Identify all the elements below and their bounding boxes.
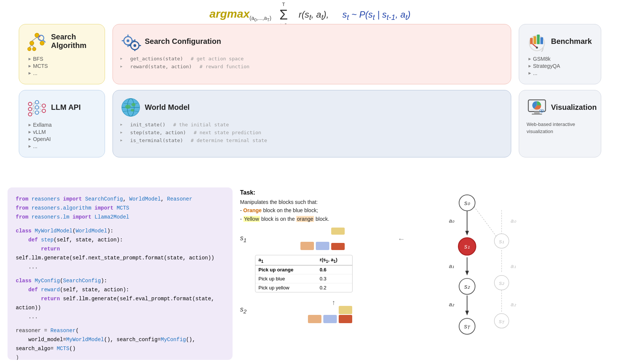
svg-point-13 (127, 39, 129, 42)
benchmark-title: Benchmark (551, 37, 592, 46)
arrowhead-a1-active (465, 271, 469, 276)
action-blue: Pick up blue (255, 274, 317, 283)
svg-point-56 (131, 109, 134, 111)
svg-point-35 (35, 100, 39, 104)
arrowhead-a0-active (465, 231, 469, 236)
svg-point-38 (42, 104, 45, 107)
formula-sigma: Σ (279, 7, 288, 22)
search-algo-icon (27, 31, 47, 52)
a0-label-ghost: a₀ (511, 218, 516, 224)
s2-block-1 (308, 315, 321, 323)
world-model-icon (120, 97, 141, 118)
world-model-title: World Model (145, 103, 190, 112)
svg-point-32 (29, 102, 32, 106)
s2-block-orange (339, 315, 352, 323)
code-panel: from reasoners import SearchConfig, Worl… (8, 187, 233, 360)
svg-point-39 (42, 109, 45, 112)
card-row-2: LLM API Exllama vLLM OpenAI ... (8, 90, 612, 157)
cards-container: Search Algorithm BFS MCTS ... (8, 24, 612, 157)
viz-title: Visualization (551, 103, 597, 112)
benchmark-item-gsm8k: GSM8k (528, 56, 593, 62)
svg-point-36 (35, 106, 39, 109)
wm-code-3: is_terminal(state) # determine terminal … (120, 138, 503, 143)
search-algo-title: Search Algorithm (51, 33, 97, 50)
s1-block-2 (316, 242, 329, 250)
benchmark-item-etc: ... (528, 70, 593, 76)
code-line-3: from reasoners.lm import Llama2Model (16, 213, 224, 222)
viz-icon (527, 97, 547, 118)
code-line-11: ... (16, 313, 224, 322)
tree-panel: a₀ a₀ a₁ a₁ a₂ a₂ s₀ s₁ (413, 187, 529, 360)
code-line-14: ) (16, 354, 224, 360)
card-world-model: World Model init_state() # the initial s… (113, 90, 511, 157)
up-arrow: ↑ (332, 299, 335, 307)
svg-line-47 (39, 102, 42, 106)
yellow-text: Yellow (243, 216, 260, 222)
svg-point-4 (33, 47, 36, 51)
card-viz: Visualization Web-based interactive visu… (519, 90, 601, 157)
code-line-4: class MyWorldModel(WorldModel): (16, 227, 224, 236)
code-blank-3 (16, 321, 224, 327)
svg-rect-28 (540, 37, 543, 44)
search-algo-item-mcts: MCTS (29, 63, 97, 69)
card-search-config: Search Configuration get_actions(state) … (113, 24, 511, 84)
state-s1-blocks (255, 228, 390, 250)
code-line-6: return self.llm.generate(self.next_state… (16, 245, 224, 263)
label-s1-ghost: s₁ (499, 238, 504, 244)
svg-point-55 (131, 103, 135, 106)
wm-code-2: step(state, action) # next state predict… (120, 130, 503, 135)
svg-point-33 (29, 107, 32, 111)
search-config-code-1: get_actions(state) # get action space (120, 56, 503, 61)
svg-point-54 (125, 105, 131, 109)
svg-rect-59 (532, 114, 542, 115)
llm-item-vllm: vLLM (29, 129, 97, 135)
action-table: a1 r(s1, a1) Pick up orange 0.6 Pick up … (255, 255, 353, 292)
benchmark-icon (527, 31, 547, 52)
s1-block-yellow (331, 228, 345, 235)
llm-api-icon (27, 97, 47, 118)
card-llm-header: LLM API (27, 97, 97, 118)
formula-container: argmax(a0,...,aT) T Σ t=0 r(st, at), st … (8, 4, 612, 24)
search-algo-items: BFS MCTS ... (27, 55, 97, 77)
wm-code-1: init_state() # the initial state (120, 122, 503, 127)
search-config-code-2: reward(state, action) # reward function (120, 64, 503, 69)
task-title: Task: (240, 189, 405, 196)
svg-rect-27 (537, 34, 540, 44)
s1-block-orange (331, 243, 345, 250)
col-r: r(s1, a1) (317, 255, 352, 265)
a0-label-active: a₀ (449, 218, 455, 224)
task-section: Task: Manipulates the blocks such that: … (240, 187, 405, 360)
llm-item-openai: OpenAI (29, 136, 97, 142)
s2-block-2 (323, 315, 337, 323)
tree-svg: a₀ a₀ a₁ a₁ a₂ a₂ s₀ s₁ (413, 187, 529, 360)
code-line-5: def step(self, state, action): (16, 236, 224, 245)
viz-desc: Web-based interactive visualization (527, 121, 593, 135)
orange-text-2: orange (296, 216, 314, 222)
state-s1-label: s1 (240, 234, 251, 243)
card-viz-header: Visualization (527, 97, 593, 118)
label-s0: s₀ (464, 199, 470, 206)
task-desc-box: Task: Manipulates the blocks such that: … (240, 189, 405, 223)
card-llm: LLM API Exllama vLLM OpenAI ... (19, 90, 105, 157)
formula-T-label: T (282, 1, 285, 7)
svg-line-50 (39, 111, 42, 113)
code-line-9: def reward(self, state, action): (16, 286, 224, 295)
reward-orange: 0.6 (317, 265, 352, 274)
benchmark-items: GSM8k StrategyQA ... (527, 55, 593, 77)
formula-r: r(st, at), (299, 9, 329, 19)
reward-blue: 0.3 (317, 274, 352, 283)
svg-point-2 (40, 41, 44, 45)
code-line-10: return self.llm.generate(self.eval_promp… (16, 295, 224, 313)
state-s2-row: s2 ↑ (240, 297, 405, 323)
a1-label-active: a₁ (449, 263, 454, 269)
svg-point-19 (134, 44, 136, 47)
svg-line-7 (29, 45, 32, 48)
action-yellow: Pick up yellow (255, 283, 317, 292)
code-line-12: reasoner = Reasoner( (16, 327, 224, 336)
code-line-2: from reasoners.algorithm import MCTS (16, 204, 224, 213)
state-s2-label: s2 (240, 306, 251, 315)
table-row-orange: Pick up orange 0.6 (255, 265, 352, 274)
svg-line-49 (39, 107, 42, 111)
code-blank-2 (16, 271, 224, 277)
a2-label-active: a₂ (449, 301, 455, 307)
